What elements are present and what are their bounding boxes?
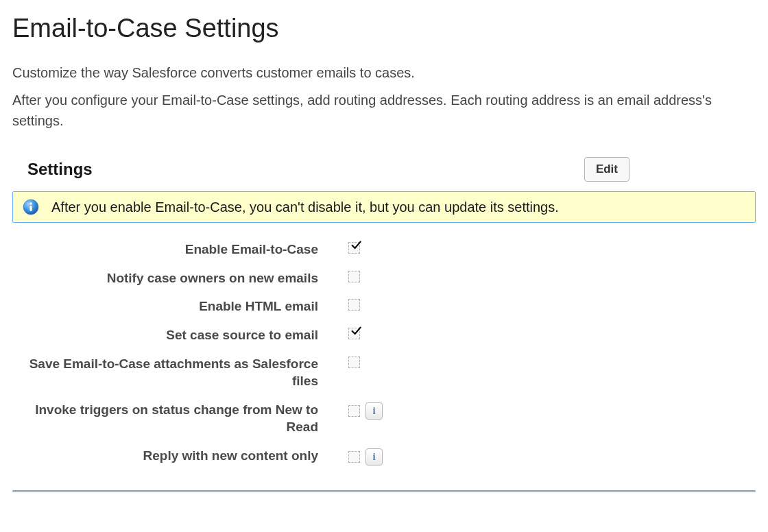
checkbox-invoke-triggers xyxy=(348,405,360,417)
setting-row-save-attachments: Save Email-to-Case attachments as Salesf… xyxy=(12,350,756,396)
setting-label: Set case source to email xyxy=(12,326,348,344)
setting-label: Reply with new content only xyxy=(12,447,348,465)
checkbox-enable-html-email xyxy=(348,299,360,311)
page-title: Email-to-Case Settings xyxy=(12,14,756,43)
svg-point-1 xyxy=(29,202,32,205)
setting-label: Enable Email-to-Case xyxy=(12,241,348,258)
checkbox-save-attachments xyxy=(348,356,360,368)
setting-label: Enable HTML email xyxy=(12,298,348,315)
svg-rect-2 xyxy=(29,206,32,211)
checkbox-reply-new-content xyxy=(348,451,360,463)
help-button-reply-new-content[interactable]: i xyxy=(365,448,383,466)
description-line-1: Customize the way Salesforce converts cu… xyxy=(12,62,756,83)
setting-row-invoke-triggers: Invoke triggers on status change from Ne… xyxy=(12,396,756,442)
checkbox-enable-email-to-case xyxy=(348,242,360,254)
description-line-2: After you configure your Email-to-Case s… xyxy=(12,90,756,131)
info-banner: After you enable Email-to-Case, you can'… xyxy=(12,191,756,223)
info-banner-text: After you enable Email-to-Case, you can'… xyxy=(51,200,559,215)
section-divider xyxy=(12,490,756,492)
info-icon xyxy=(23,199,39,215)
setting-row-set-case-source: Set case source to email xyxy=(12,321,756,350)
checkbox-set-case-source xyxy=(348,328,360,339)
setting-label: Notify case owners on new emails xyxy=(12,269,348,287)
setting-row-enable-html-email: Enable HTML email xyxy=(12,292,756,321)
help-button-invoke-triggers[interactable]: i xyxy=(365,402,383,420)
setting-label: Save Email-to-Case attachments as Salesf… xyxy=(12,355,348,390)
checkbox-notify-case-owners xyxy=(348,271,360,282)
section-title-settings: Settings xyxy=(27,160,93,179)
setting-label: Invoke triggers on status change from Ne… xyxy=(12,401,348,436)
setting-row-notify-case-owners: Notify case owners on new emails xyxy=(12,264,756,293)
page-description: Customize the way Salesforce converts cu… xyxy=(12,62,756,131)
edit-button[interactable]: Edit xyxy=(584,157,629,182)
setting-row-enable-email-to-case: Enable Email-to-Case xyxy=(12,235,756,264)
setting-row-reply-new-content: Reply with new content only i xyxy=(12,442,756,471)
